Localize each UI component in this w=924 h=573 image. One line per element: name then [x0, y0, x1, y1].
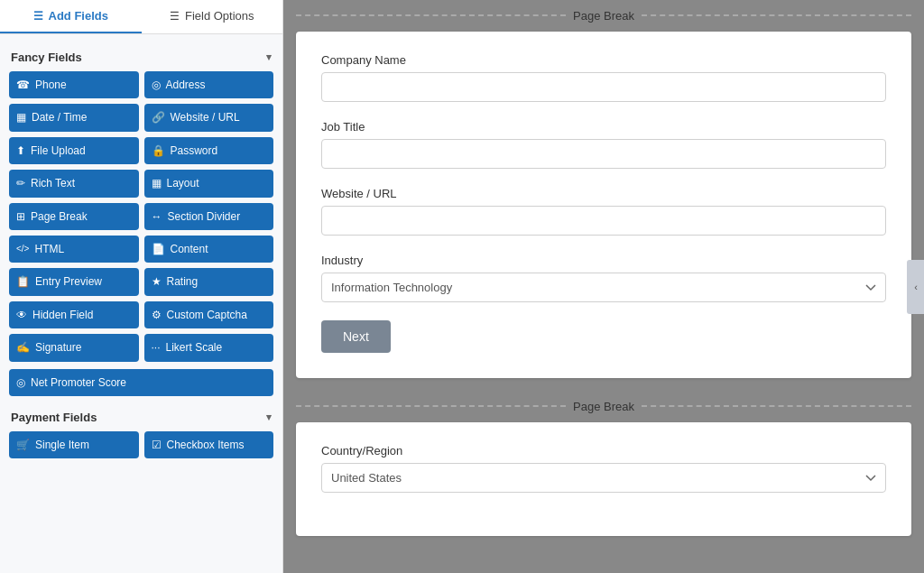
single-item-button[interactable]: 🛒 Single Item	[9, 431, 139, 458]
nps-icon: ◎	[16, 376, 25, 389]
fancy-fields-section-header[interactable]: Fancy Fields ▾	[9, 43, 273, 71]
website-url-button[interactable]: 🔗 Website / URL	[144, 104, 274, 131]
company-name-group: Company Name	[321, 53, 886, 102]
rich-text-label: Rich Text	[31, 177, 75, 189]
address-icon: ◎	[152, 79, 161, 91]
rich-text-button[interactable]: ✏ Rich Text	[9, 170, 139, 197]
tab-add-fields-label: Add Fields	[49, 9, 108, 23]
collapse-panel-arrow[interactable]: ‹	[907, 260, 924, 314]
file-upload-label: File Upload	[31, 144, 86, 157]
country-region-select[interactable]: United States Canada United Kingdom Aust…	[321, 463, 886, 493]
signature-button[interactable]: ✍ Signature	[9, 334, 139, 361]
website-url-input[interactable]	[321, 206, 886, 236]
main-form-area: Page Break Company Name Job Title Websit…	[283, 0, 924, 573]
date-time-icon: ▦	[16, 111, 26, 124]
checkbox-items-button[interactable]: ☑ Checkbox Items	[144, 431, 274, 458]
job-title-input[interactable]	[321, 139, 886, 169]
industry-label: Industry	[321, 254, 886, 267]
hidden-field-button[interactable]: 👁 Hidden Field	[9, 301, 139, 328]
section-divider-icon: ↔	[152, 210, 162, 223]
hidden-field-icon: 👁	[16, 309, 27, 321]
tab-field-options[interactable]: ☰ Field Options	[142, 0, 283, 33]
html-label: HTML	[34, 243, 64, 255]
fancy-fields-chevron: ▾	[266, 51, 272, 63]
add-fields-icon: ☰	[33, 10, 43, 23]
layout-icon: ▦	[152, 177, 162, 189]
page-break-bar-2: Page Break	[283, 391, 924, 422]
content-button[interactable]: 📄 Content	[144, 236, 274, 263]
rich-text-icon: ✏	[16, 177, 25, 189]
likert-scale-button[interactable]: ··· Likert Scale	[144, 334, 274, 361]
job-title-group: Job Title	[321, 120, 886, 169]
password-label: Password	[171, 144, 218, 157]
fancy-fields-label: Fancy Fields	[11, 51, 82, 64]
password-icon: 🔒	[152, 144, 165, 157]
next-button[interactable]: Next	[321, 320, 391, 353]
tab-add-fields[interactable]: ☰ Add Fields	[0, 0, 142, 33]
date-time-button[interactable]: ▦ Date / Time	[9, 104, 139, 131]
file-upload-icon: ⬆	[16, 144, 25, 157]
entry-preview-button[interactable]: 📋 Entry Preview	[9, 268, 139, 295]
file-upload-button[interactable]: ⬆ File Upload	[9, 137, 139, 164]
layout-button[interactable]: ▦ Layout	[144, 170, 274, 197]
job-title-label: Job Title	[321, 120, 886, 134]
fancy-fields-grid: ☎ Phone ◎ Address ▦ Date / Time 🔗 Websit…	[9, 71, 273, 362]
content-label: Content	[171, 243, 208, 255]
page-break-label-2: Page Break	[573, 400, 634, 413]
hidden-field-label: Hidden Field	[32, 309, 93, 321]
html-button[interactable]: </> HTML	[9, 236, 139, 263]
page-break-button[interactable]: ⊞ Page Break	[9, 203, 139, 230]
country-region-group: Country/Region United States Canada Unit…	[321, 444, 886, 493]
nps-grid: ◎ Net Promoter Score	[9, 369, 273, 396]
entry-preview-icon: 📋	[16, 275, 30, 288]
rating-label: Rating	[167, 275, 199, 288]
phone-icon: ☎	[16, 79, 30, 91]
content-icon: 📄	[152, 243, 165, 255]
section-divider-button[interactable]: ↔ Section Divider	[144, 203, 274, 230]
collapse-arrow-icon: ‹	[914, 282, 918, 292]
address-label: Address	[166, 79, 206, 91]
address-button[interactable]: ◎ Address	[144, 71, 274, 98]
checkbox-items-label: Checkbox Items	[167, 439, 245, 451]
layout-label: Layout	[167, 177, 199, 189]
website-url-label: Website / URL	[171, 111, 240, 124]
single-item-icon: 🛒	[16, 439, 30, 451]
signature-label: Signature	[35, 341, 81, 354]
page-break-bar-1: Page Break	[283, 0, 924, 32]
website-url-icon: 🔗	[152, 111, 165, 124]
nps-label: Net Promoter Score	[31, 376, 126, 389]
payment-fields-label: Payment Fields	[11, 411, 97, 424]
industry-select[interactable]: Information Technology Finance Healthcar…	[321, 273, 886, 302]
custom-captcha-button[interactable]: ⚙ Custom Captcha	[144, 301, 274, 328]
section-divider-label: Section Divider	[168, 210, 241, 223]
website-url-group: Website / URL	[321, 187, 886, 236]
single-item-label: Single Item	[35, 439, 89, 451]
entry-preview-label: Entry Preview	[35, 275, 102, 288]
password-button[interactable]: 🔒 Password	[144, 137, 274, 164]
form-card-1: Company Name Job Title Website / URL Ind…	[296, 32, 911, 378]
signature-icon: ✍	[16, 341, 30, 354]
page-break-icon: ⊞	[16, 210, 25, 223]
payment-fields-section-header[interactable]: Payment Fields ▾	[9, 403, 273, 431]
phone-button[interactable]: ☎ Phone	[9, 71, 139, 98]
custom-captcha-label: Custom Captcha	[167, 309, 247, 321]
rating-icon: ★	[152, 275, 162, 288]
payment-fields-grid: 🛒 Single Item ☑ Checkbox Items	[9, 431, 273, 458]
company-name-input[interactable]	[321, 72, 886, 102]
phone-label: Phone	[35, 79, 67, 91]
website-url-form-label: Website / URL	[321, 187, 886, 200]
custom-captcha-icon: ⚙	[152, 309, 162, 321]
rating-button[interactable]: ★ Rating	[144, 268, 274, 295]
html-icon: </>	[16, 244, 29, 254]
likert-scale-label: Likert Scale	[166, 341, 223, 354]
left-panel: ☰ Add Fields ☰ Field Options Fancy Field…	[0, 0, 283, 573]
page-break-label-1: Page Break	[573, 9, 634, 23]
field-options-icon: ☰	[170, 10, 180, 23]
form-card-2: Country/Region United States Canada Unit…	[296, 422, 911, 536]
net-promoter-score-button[interactable]: ◎ Net Promoter Score	[9, 369, 273, 396]
tab-field-options-label: Field Options	[185, 9, 254, 23]
checkbox-items-icon: ☑	[152, 439, 162, 451]
company-name-label: Company Name	[321, 53, 886, 67]
next-button-label: Next	[343, 329, 369, 344]
payment-fields-chevron: ▾	[266, 411, 272, 423]
